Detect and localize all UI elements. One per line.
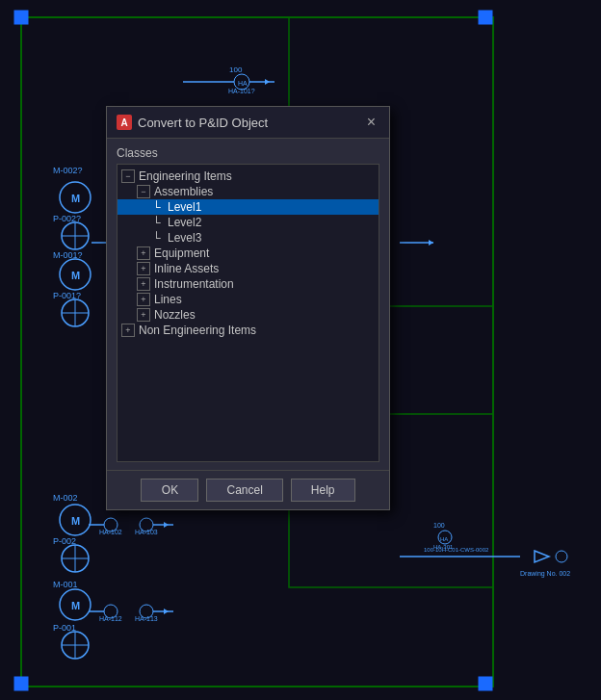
tree-item-level1[interactable]: └ Level1: [118, 199, 379, 215]
dialog-title: Convert to P&ID Object: [138, 116, 268, 130]
tree-item-non-engineering-items[interactable]: + Non Engineering Items: [118, 323, 379, 338]
dialog-body: Classes − Engineering Items − Assemblies…: [107, 139, 389, 470]
tree-label-engineering-items: Engineering Items: [139, 169, 232, 183]
help-button[interactable]: Help: [291, 479, 355, 502]
tree-item-engineering-items[interactable]: − Engineering Items: [118, 169, 379, 184]
tree-item-lines[interactable]: + Lines: [118, 292, 379, 307]
dialog-overlay: A Convert to P&ID Object × Classes − Eng…: [0, 0, 601, 700]
tree-label-inline-assets: Inline Assets: [154, 262, 219, 275]
tree-label-lines: Lines: [154, 293, 182, 306]
expander-inline-assets[interactable]: +: [137, 262, 150, 275]
dialog-titlebar: A Convert to P&ID Object ×: [107, 107, 389, 139]
tree-label-non-engineering-items: Non Engineering Items: [139, 324, 256, 337]
cancel-button[interactable]: Cancel: [206, 479, 282, 502]
tree-item-level2[interactable]: └ Level2: [118, 215, 379, 230]
tree-container[interactable]: − Engineering Items − Assemblies └ Level…: [117, 164, 379, 462]
expander-instrumentation[interactable]: +: [137, 277, 150, 291]
tree-item-instrumentation[interactable]: + Instrumentation: [118, 276, 379, 292]
tree-label-assemblies: Assemblies: [154, 185, 213, 198]
tree-spacer-level1: └: [152, 200, 166, 214]
classes-label: Classes: [117, 146, 379, 160]
tree-label-level1: Level1: [168, 200, 201, 214]
tree-item-assemblies[interactable]: − Assemblies: [118, 184, 379, 199]
tree-item-inline-assets[interactable]: + Inline Assets: [118, 261, 379, 276]
tree-item-nozzles[interactable]: + Nozzles: [118, 307, 379, 323]
expander-equipment[interactable]: +: [137, 246, 150, 260]
tree-label-level3: Level3: [168, 231, 201, 245]
tree-spacer-level3: └: [152, 231, 166, 245]
expander-non-engineering-items[interactable]: +: [121, 324, 135, 337]
close-button[interactable]: ×: [363, 113, 379, 132]
expander-lines[interactable]: +: [137, 293, 150, 306]
expander-assemblies[interactable]: −: [137, 185, 150, 198]
dialog-footer: OK Cancel Help: [107, 470, 389, 509]
tree-spacer-level2: └: [152, 216, 166, 229]
convert-dialog: A Convert to P&ID Object × Classes − Eng…: [106, 106, 390, 510]
tree-item-level3[interactable]: └ Level3: [118, 230, 379, 246]
expander-engineering-items[interactable]: −: [121, 169, 135, 183]
expander-nozzles[interactable]: +: [137, 308, 150, 322]
tree-label-level2: Level2: [168, 216, 201, 229]
tree-label-instrumentation: Instrumentation: [154, 277, 234, 291]
tree-label-equipment: Equipment: [154, 246, 209, 260]
dialog-title-left: A Convert to P&ID Object: [117, 115, 268, 130]
app-icon: A: [117, 115, 132, 130]
tree-item-equipment[interactable]: + Equipment: [118, 246, 379, 261]
tree-label-nozzles: Nozzles: [154, 308, 196, 322]
ok-button[interactable]: OK: [141, 479, 198, 502]
